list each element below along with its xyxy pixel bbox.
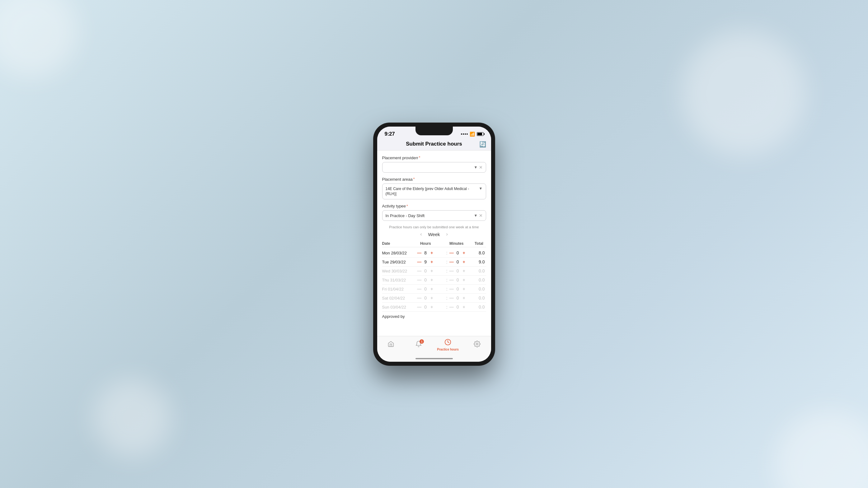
time-table: Date Hours Minutes Total Mon 28/03/22 (382, 240, 486, 312)
minutes-increase-button[interactable]: + (461, 287, 467, 291)
table-row: Mon 28/03/22 — 8 + : — 0 (382, 249, 486, 258)
content-area: Placement providerr * ▼ ✕ Placement a (377, 151, 491, 336)
day-label: Tue 29/03/22 (382, 260, 410, 264)
colon-separator: : (446, 250, 447, 255)
hours-control: — 0 + (410, 287, 441, 291)
hours-increase-button[interactable]: + (429, 259, 434, 264)
table-header: Date Hours Minutes Total (382, 240, 486, 247)
activity-type-group: Activity typee * In Practice - Day Shift… (382, 204, 486, 221)
phone-mockup: 9:27 📶 Submit Practice hours (373, 123, 495, 365)
total-value: 9.0 (472, 259, 486, 264)
svg-point-1 (476, 343, 478, 345)
signal-icon (461, 133, 468, 135)
hours-control: — 0 + (410, 295, 441, 300)
minutes-control: : — 0 + (441, 250, 472, 255)
placement-provider-group: Placement providerr * ▼ ✕ (382, 156, 486, 173)
minutes-increase-button[interactable]: + (461, 250, 467, 255)
nav-item-settings[interactable] (468, 340, 487, 349)
hours-increase-button[interactable]: + (429, 278, 434, 283)
hours-control: — 0 + (410, 268, 441, 273)
minutes-decrease-button[interactable]: — (449, 268, 454, 273)
hours-value: 0 (423, 287, 428, 291)
placement-provider-label: Placement providerr * (382, 156, 486, 160)
day-label: Mon 28/03/22 (382, 251, 410, 255)
hours-decrease-button[interactable]: — (416, 287, 422, 291)
table-row: Sat 02/04/22 — 0 + : — 0 (382, 294, 486, 303)
hours-decrease-button[interactable]: — (416, 268, 422, 273)
minutes-control: : — 0 + (441, 287, 472, 291)
home-bar (415, 358, 453, 359)
table-row: Wed 30/03/22 — 0 + : — 0 (382, 266, 486, 275)
hours-decrease-button[interactable]: — (416, 250, 422, 255)
minutes-increase-button[interactable]: + (461, 295, 467, 300)
hours-increase-button[interactable]: + (429, 304, 434, 310)
minutes-decrease-button[interactable]: — (449, 295, 454, 300)
hours-increase-button[interactable]: + (429, 250, 434, 255)
colon-separator: : (446, 304, 447, 310)
phone-shell: 9:27 📶 Submit Practice hours (373, 123, 495, 365)
minutes-control: : — 0 + (441, 304, 472, 310)
activity-type-label: Activity typee * (382, 204, 486, 208)
activity-type-clear-icon[interactable]: ✕ (479, 213, 483, 218)
hours-increase-button[interactable]: + (429, 287, 434, 291)
minutes-control: : — 0 + (441, 268, 472, 273)
minutes-increase-button[interactable]: + (461, 278, 467, 283)
day-label: Wed 30/03/22 (382, 269, 410, 273)
minutes-increase-button[interactable]: + (461, 304, 467, 310)
hours-decrease-button[interactable]: — (416, 295, 422, 300)
total-value: 8.0 (472, 250, 486, 255)
total-value: 0.0 (472, 304, 486, 310)
colon-separator: : (446, 287, 447, 291)
hours-value: 0 (423, 278, 428, 283)
hours-decrease-button[interactable]: — (416, 259, 422, 264)
home-indicator (377, 356, 491, 362)
colon-separator: : (446, 268, 447, 273)
placement-area-arrow-icon: ▼ (479, 186, 483, 191)
day-label: Thu 31/03/22 (382, 278, 410, 283)
bottom-navigation: 1 Practice hours (377, 336, 491, 356)
history-icon[interactable]: 🔄 (479, 141, 486, 148)
minutes-control: : — 0 + (441, 295, 472, 300)
day-label: Fri 01/04/22 (382, 287, 410, 291)
minutes-value: 0 (456, 287, 460, 291)
nav-item-home[interactable] (381, 340, 400, 349)
hours-control: — 8 + (410, 250, 441, 255)
hours-value: 0 (423, 295, 428, 300)
minutes-decrease-button[interactable]: — (449, 250, 454, 255)
nav-item-practice-hours[interactable]: Practice hours (437, 339, 459, 351)
nav-item-notifications[interactable]: 1 (409, 340, 428, 349)
hours-control: — 0 + (410, 304, 441, 310)
minutes-decrease-button[interactable]: — (449, 287, 454, 291)
activity-type-select[interactable]: In Practice - Day Shift ▼ ✕ (382, 210, 486, 221)
practice-hours-label: Practice hours (437, 348, 459, 351)
week-next-button[interactable]: › (446, 231, 448, 237)
placement-provider-arrow-icon: ▼ (474, 165, 478, 169)
minutes-decrease-button[interactable]: — (449, 278, 454, 283)
hours-decrease-button[interactable]: — (416, 278, 422, 283)
hours-value: 9 (423, 259, 428, 264)
day-label: Sun 03/04/22 (382, 305, 410, 310)
practice-hours-icon (444, 339, 451, 347)
placement-area-select[interactable]: 14E Care of the Elderly [prev Older Adul… (382, 184, 486, 200)
table-row: Fri 01/04/22 — 0 + : — 0 (382, 285, 486, 294)
hours-control: — 9 + (410, 259, 441, 264)
minutes-increase-button[interactable]: + (461, 268, 467, 273)
hours-increase-button[interactable]: + (429, 268, 434, 273)
hours-increase-button[interactable]: + (429, 295, 434, 300)
page-title: Submit Practice hours (406, 141, 462, 147)
home-icon (388, 340, 394, 349)
total-value: 0.0 (472, 278, 486, 283)
table-row: Sun 03/04/22 — 0 + : — 0 (382, 303, 486, 312)
placement-provider-clear-icon[interactable]: ✕ (479, 165, 483, 170)
minutes-decrease-button[interactable]: — (449, 259, 454, 264)
placement-provider-required: * (419, 156, 421, 160)
colon-separator: : (446, 295, 447, 300)
minutes-value: 0 (456, 278, 460, 283)
minutes-decrease-button[interactable]: — (449, 304, 454, 310)
hours-decrease-button[interactable]: — (416, 304, 422, 310)
placement-provider-select[interactable]: ▼ ✕ (382, 162, 486, 173)
week-prev-button[interactable]: ‹ (420, 231, 422, 237)
header-date: Date (382, 241, 410, 246)
minutes-increase-button[interactable]: + (461, 259, 467, 264)
hours-value: 8 (423, 250, 428, 255)
